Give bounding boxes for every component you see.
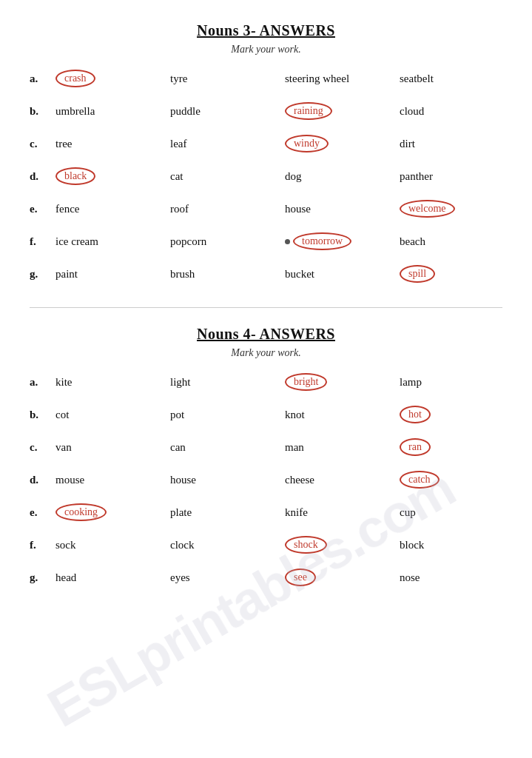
word-text: hot	[400, 406, 431, 423]
word-text: mouse	[55, 474, 84, 486]
row-cols: headeyesseenose	[52, 568, 511, 586]
col-cell: spill	[396, 265, 511, 283]
col-cell: bucket	[281, 265, 396, 283]
word-text: knot	[285, 409, 305, 421]
word-text: shock	[285, 536, 327, 554]
col-cell: knot	[281, 406, 396, 423]
word-text: roof	[170, 203, 189, 215]
row-cols: paintbrushbucketspill	[52, 265, 511, 283]
col-cell: popcorn	[166, 232, 281, 250]
col-cell: catch	[396, 471, 511, 489]
row-cols: mousehousecheesecatch	[52, 471, 511, 489]
row-label: c.	[30, 441, 52, 454]
word-text: light	[170, 376, 191, 389]
word-text: ran	[400, 438, 431, 456]
word-text: brush	[170, 268, 195, 281]
col-cell: head	[52, 568, 166, 586]
col-cell: plate	[166, 503, 281, 521]
col-cell: lamp	[396, 373, 511, 391]
row-label: c.	[30, 138, 52, 150]
row-label: e.	[30, 203, 52, 215]
word-text: man	[285, 441, 304, 454]
word-text: nose	[400, 571, 420, 584]
word-text: block	[400, 539, 424, 551]
col-cell: pot	[166, 406, 281, 423]
word-text: puddle	[170, 105, 201, 118]
word-text: umbrella	[55, 105, 95, 118]
word-text: seatbelt	[400, 73, 434, 85]
col-cell: cooking	[52, 503, 166, 521]
word-text: van	[55, 441, 72, 454]
col-cell: dog	[281, 167, 396, 185]
table-row: f.ice creampopcorntomorrowbeach	[30, 230, 502, 252]
word-text: beach	[400, 235, 425, 248]
col-cell: light	[166, 373, 281, 391]
col-cell: raining	[281, 102, 396, 120]
col-cell: van	[52, 438, 166, 456]
row-cols: vancanmanran	[52, 438, 511, 456]
col-cell: welcome	[396, 200, 511, 218]
col-cell: kite	[52, 373, 166, 391]
word-text: tyre	[170, 73, 187, 85]
col-cell: beach	[396, 232, 511, 250]
col-cell: cot	[52, 406, 166, 423]
section-nouns3: Nouns 3- ANSWERS Mark your work. a.crash…	[30, 22, 502, 285]
row-label: f.	[30, 539, 52, 551]
word-text: windy	[285, 135, 329, 152]
col-cell: block	[396, 536, 511, 554]
col-cell: cup	[396, 503, 511, 521]
col-cell: brush	[166, 265, 281, 283]
word-text: cloud	[400, 105, 424, 118]
row-label: d.	[30, 474, 52, 486]
word-text: bright	[285, 373, 327, 391]
word-text: tomorrow	[293, 232, 351, 250]
row-label: g.	[30, 571, 52, 584]
row-cols: fenceroofhousewelcome	[52, 200, 511, 218]
word-text: house	[285, 203, 311, 215]
table-row: d.mousehousecheesecatch	[30, 469, 502, 491]
word-text: bucket	[285, 268, 314, 281]
word-text: sock	[55, 539, 76, 551]
col-cell: man	[281, 438, 396, 456]
row-cols: ice creampopcorntomorrowbeach	[52, 232, 511, 250]
word-text: kite	[55, 376, 73, 389]
word-text: head	[55, 571, 76, 584]
col-cell: can	[166, 438, 281, 456]
section2-rows: a.kitelightbrightlampb.cotpotknothotc.va…	[30, 371, 502, 588]
word-text: crash	[55, 70, 95, 87]
col-cell: roof	[166, 200, 281, 218]
row-cols: crashtyresteering wheelseatbelt	[52, 70, 511, 87]
col-cell: umbrella	[52, 102, 166, 120]
table-row: g.headeyesseenose	[30, 566, 502, 588]
col-cell: see	[281, 568, 396, 586]
word-text: lamp	[400, 376, 422, 389]
col-cell: mouse	[52, 471, 166, 489]
col-cell: black	[52, 167, 166, 185]
table-row: b.cotpotknothot	[30, 403, 502, 426]
table-row: d.blackcatdogpanther	[30, 165, 502, 187]
col-cell: cat	[166, 167, 281, 185]
col-cell: tomorrow	[281, 232, 396, 250]
word-text: black	[55, 167, 95, 185]
col-cell: steering wheel	[281, 70, 396, 87]
section1-title: Nouns 3- ANSWERS	[30, 22, 502, 39]
word-text: steering wheel	[285, 73, 349, 85]
col-cell: dirt	[396, 135, 511, 152]
col-cell: fence	[52, 200, 166, 218]
section-nouns4: Nouns 4- ANSWERS Mark your work. a.kitel…	[30, 326, 502, 588]
row-label: a.	[30, 376, 52, 389]
col-cell: tyre	[166, 70, 281, 87]
row-label: a.	[30, 73, 52, 85]
col-cell: sock	[52, 536, 166, 554]
word-text: plate	[170, 506, 192, 519]
word-text: popcorn	[170, 235, 206, 248]
word-text: welcome	[400, 200, 455, 218]
row-cols: kitelightbrightlamp	[52, 373, 511, 391]
table-row: a.crashtyresteering wheelseatbelt	[30, 67, 502, 90]
word-text: cup	[400, 506, 416, 519]
row-cols: treeleafwindydirt	[52, 135, 511, 152]
word-text: dog	[285, 170, 302, 183]
table-row: e.cookingplateknifecup	[30, 501, 502, 523]
col-cell: eyes	[166, 568, 281, 586]
word-text: spill	[400, 265, 435, 283]
